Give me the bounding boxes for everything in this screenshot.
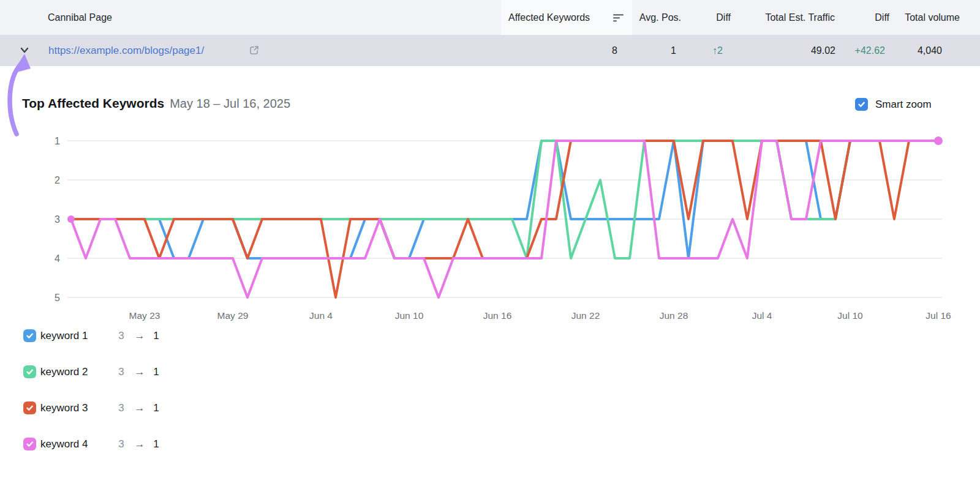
keyword-4-checkbox[interactable] [23, 438, 36, 450]
collapse-chevron-icon[interactable] [19, 45, 30, 55]
chart-title: Top Affected Keywords [22, 96, 164, 111]
checkmark-icon [26, 440, 34, 448]
traffic-diff-value: +42.62 [842, 35, 885, 66]
column-header-total-volume[interactable]: Total volume [889, 0, 960, 35]
y-axis-tick-label: 5 [55, 293, 60, 303]
smart-zoom-label: Smart zoom [875, 99, 932, 111]
smart-zoom-checkbox[interactable] [855, 98, 868, 111]
position-diff-value: ↑2 [680, 35, 723, 66]
x-axis-tick-label: May 23 [129, 310, 160, 321]
x-axis-tick-label: Jun 28 [660, 310, 688, 321]
series-line-keyword-1 [71, 141, 938, 258]
x-axis-tick-label: Jun 10 [395, 310, 424, 321]
keyword-cannibalization-report: Cannibal Page Affected Keywords Avg. Pos… [0, 0, 980, 478]
x-axis-tick-label: Jul 4 [752, 310, 772, 321]
y-axis-tick-label: 2 [55, 175, 60, 185]
legend-label: keyword 1 [40, 329, 88, 343]
external-link-icon[interactable] [249, 45, 260, 56]
start-position: 3 [115, 437, 127, 452]
affected-keywords-value: 8 [575, 35, 617, 66]
end-position: 1 [151, 401, 162, 416]
arrow-right-icon: → [130, 329, 149, 343]
checkmark-icon [26, 404, 34, 412]
series-end-dot [934, 136, 943, 145]
legend-item-keyword-3: keyword 3 3 → 1 [23, 401, 183, 416]
end-position: 1 [151, 329, 162, 343]
end-position: 1 [151, 365, 162, 379]
keyword-2-checkbox[interactable] [23, 365, 36, 378]
y-axis-tick-label: 1 [55, 136, 60, 146]
x-axis-tick-label: Jun 16 [483, 310, 512, 321]
legend-item-keyword-1: keyword 1 3 → 1 [23, 329, 183, 343]
legend-label: keyword 2 [40, 365, 88, 379]
column-header-total-est-traffic[interactable]: Total Est. Traffic [735, 0, 835, 35]
checkmark-icon [26, 332, 34, 340]
column-header-avg-pos[interactable]: Avg. Pos. [612, 0, 681, 35]
keyword-3-checkbox[interactable] [23, 401, 36, 414]
x-axis-tick-label: May 29 [217, 310, 249, 321]
x-axis-tick-label: Jun 4 [309, 310, 333, 321]
legend-label: keyword 3 [40, 401, 88, 416]
x-axis-tick-label: Jul 10 [837, 310, 863, 321]
arrow-right-icon: → [130, 365, 149, 379]
y-axis-tick-label: 4 [55, 253, 60, 264]
total-volume-value: 4,040 [899, 35, 942, 66]
page-url-link[interactable]: https://example.com/blogs/page1/ [48, 35, 204, 66]
total-est-traffic-value: 49.02 [774, 35, 835, 66]
legend-label: keyword 4 [40, 437, 88, 452]
cannibal-page-table-row: https://example.com/blogs/page1/ 8 1 ↑2 … [0, 35, 980, 66]
start-position: 3 [115, 365, 127, 379]
chart-date-range: May 18 – Jul 16, 2025 [170, 97, 290, 111]
end-position: 1 [151, 437, 162, 452]
arrow-right-icon: → [130, 401, 149, 416]
x-axis-tick-label: Jul 16 [925, 310, 951, 321]
y-axis-tick-label: 3 [55, 214, 60, 225]
checkmark-icon [26, 368, 34, 376]
top-affected-keywords-chart: 12345May 23May 29Jun 4Jun 10Jun 16Jun 22… [0, 119, 980, 324]
start-position: 3 [115, 329, 127, 343]
checkmark-icon [858, 100, 865, 108]
avg-pos-value: 1 [633, 35, 676, 66]
x-axis-tick-label: Jun 22 [571, 310, 600, 321]
table-header-row: Cannibal Page Affected Keywords Avg. Pos… [0, 0, 980, 35]
column-header-affected-keywords[interactable]: Affected Keywords [508, 0, 590, 35]
column-header-cannibal-page[interactable]: Cannibal Page [48, 0, 112, 35]
legend-item-keyword-2: keyword 2 3 → 1 [23, 365, 183, 379]
series-start-dot [67, 215, 75, 223]
start-position: 3 [115, 401, 127, 416]
legend-item-keyword-4: keyword 4 3 → 1 [23, 437, 183, 452]
keyword-1-checkbox[interactable] [23, 329, 36, 342]
column-header-diff-position[interactable]: Diff [686, 0, 731, 35]
smart-zoom-control: Smart zoom [855, 97, 932, 111]
column-header-diff-traffic[interactable]: Diff [845, 0, 889, 35]
chart-title-block: Top Affected Keywords May 18 – Jul 16, 2… [22, 96, 290, 113]
arrow-right-icon: → [130, 437, 149, 452]
